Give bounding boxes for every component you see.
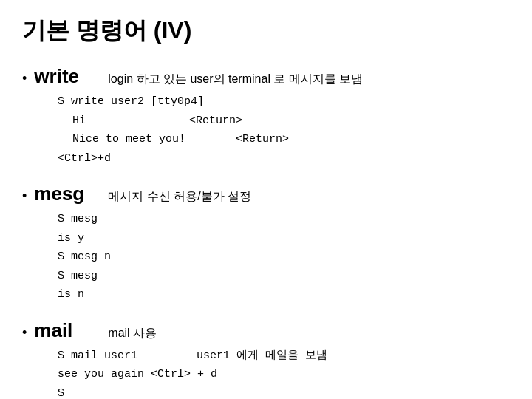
write-command: write bbox=[34, 65, 100, 88]
write-code-4: <Ctrl>+d bbox=[58, 149, 510, 168]
write-code-1: $ write user2 [tty0p4] bbox=[58, 92, 510, 112]
section-write: • write login 하고 있는 user의 terminal 로 메시지… bbox=[22, 65, 510, 168]
mesg-command: mesg bbox=[34, 183, 100, 205]
write-code-3: Nice to meet you! <Return> bbox=[58, 130, 510, 149]
mail-bullet-row: • mail mail 사용 bbox=[22, 319, 510, 342]
section-mesg: • mesg 메시지 수신 허용/불가 설정 $ mesg is y $ mes… bbox=[22, 183, 510, 304]
mesg-description: 메시지 수신 허용/불가 설정 bbox=[108, 189, 251, 205]
mail-code-block: $ mail user1 user1 에게 메일을 보냄 see you aga… bbox=[58, 347, 510, 400]
section-mail: • mail mail 사용 $ mail user1 user1 에게 메일을… bbox=[22, 319, 510, 400]
mail-description: mail 사용 bbox=[108, 326, 157, 341]
bullet-mesg: • bbox=[22, 188, 27, 204]
write-code-2: Hi <Return> bbox=[58, 112, 510, 131]
mail-code-1: $ mail user1 user1 에게 메일을 보냄 bbox=[58, 347, 510, 366]
mail-command: mail bbox=[34, 319, 100, 342]
mesg-bullet-row: • mesg 메시지 수신 허용/불가 설정 bbox=[22, 183, 510, 205]
mail-code-2: see you again <Ctrl> + d bbox=[58, 365, 510, 384]
mesg-code-2: is y bbox=[58, 229, 510, 248]
mesg-code-4: $ mesg bbox=[58, 267, 510, 286]
write-code-block: $ write user2 [tty0p4] Hi <Return> Nice … bbox=[58, 92, 510, 168]
page-title: 기본 명령어 (IV) bbox=[22, 15, 510, 47]
write-description: login 하고 있는 user의 terminal 로 메시지를 보냄 bbox=[108, 72, 363, 87]
bullet-write: • bbox=[22, 71, 27, 86]
mesg-code-3: $ mesg n bbox=[58, 248, 510, 267]
write-bullet-row: • write login 하고 있는 user의 terminal 로 메시지… bbox=[22, 65, 510, 88]
bullet-mail: • bbox=[22, 325, 27, 341]
mail-code-3: $ bbox=[58, 384, 510, 400]
mesg-code-1: $ mesg bbox=[58, 210, 510, 229]
content-area: • write login 하고 있는 user의 terminal 로 메시지… bbox=[22, 65, 510, 399]
mesg-code-5: is n bbox=[58, 285, 510, 304]
mesg-code-block: $ mesg is y $ mesg n $ mesg is n bbox=[58, 210, 510, 304]
